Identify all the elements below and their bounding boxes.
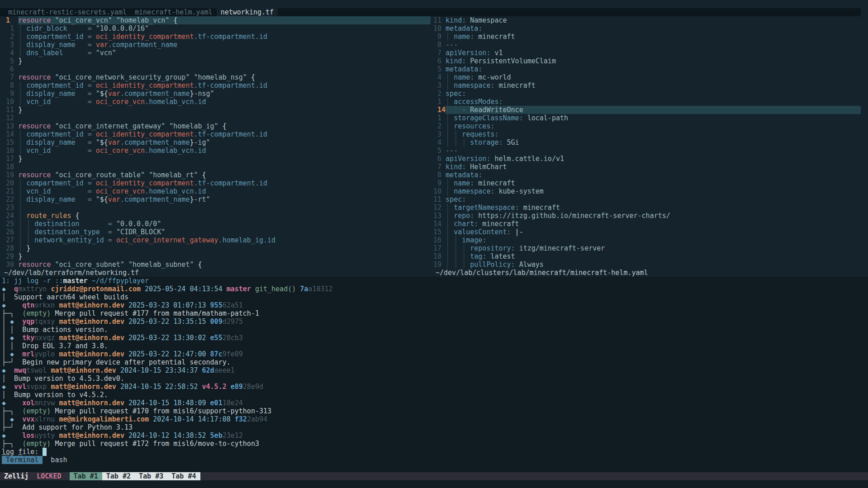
indent-guide: │ — [446, 261, 450, 269]
text-segment: . — [194, 187, 198, 195]
text-segment: local-path — [523, 114, 568, 122]
line-number: 1 — [2, 16, 18, 24]
text-segment — [14, 448, 18, 456]
text-segment: apiVersion — [446, 49, 486, 57]
text-segment: itzg/minecraft-server — [515, 244, 605, 252]
text-segment — [450, 73, 454, 81]
code-text: │ repo: https://itzg.github.io/minecraft… — [446, 212, 670, 220]
text-segment: metadata — [446, 171, 478, 179]
zellij-status-bar: Zellij LOCKED Tab #1 Tab #2 Tab #3 Tab #… — [0, 472, 868, 480]
indent-guide: │ — [446, 114, 450, 122]
terminal-pane[interactable]: 1: jj log -r ::master ~/d/ffpyplayer ◆ q… — [0, 277, 868, 472]
indent-guide: │ — [18, 179, 22, 187]
editor-pane-minecraft-helm-yaml[interactable]: 11 kind: Namespace10 metadata: 9 │ name:… — [432, 16, 861, 269]
editor-area: minecraft-restic-secrets.yaml minecraft-… — [0, 0, 868, 277]
graph-line: ├─╯ — [2, 423, 14, 431]
text-segment — [251, 285, 255, 293]
text-segment: ile: — [22, 448, 43, 456]
text-segment: --- — [446, 41, 458, 49]
text-segment: vcn_id — [26, 98, 51, 106]
indent-guide: │ — [18, 244, 22, 252]
log-line: ◆ mwqtswol matt@einhorn.dev 2024-10-15 2… — [2, 366, 868, 374]
text-segment: display_name — [26, 90, 75, 98]
code-line: 20 │ compartment_id = oci_identity_compa… — [2, 179, 431, 187]
text-segment — [296, 285, 300, 293]
zellij-tab-4[interactable]: Tab #4 — [167, 472, 200, 480]
buffer-tab-minecraft-helm.yaml[interactable]: minecraft-helm.yaml — [131, 8, 217, 16]
text-segment: name — [454, 179, 470, 187]
line-number: 5 — [2, 57, 18, 65]
indent-guide: │ — [18, 228, 22, 236]
text-segment: cjriddz@protonmail.com — [51, 285, 141, 293]
text-segment: 2024-10-15 23:34:37 — [120, 366, 198, 374]
log-line: │ │ Drop EOL 3.7 and 3.8. — [2, 342, 868, 350]
line-number: 9 — [433, 33, 446, 41]
editor-pane-networking-tf[interactable]: 1 resource "oci_core_vcn" "homelab_vcn" … — [0, 16, 431, 269]
code-line: 7 apiVersion: v1 — [433, 49, 861, 57]
code-line: 7 resource "oci_core_network_security_gr… — [2, 73, 431, 81]
text-segment — [198, 366, 202, 374]
text-segment: "homelab_vcn" — [116, 16, 169, 24]
code-text: │ │ │ pullPolicy: Always — [446, 261, 544, 269]
indent-guide: │ — [446, 187, 450, 195]
text-segment: Bump actions version. — [22, 326, 108, 334]
zellij-tab-1[interactable]: Tab #1 — [70, 472, 102, 480]
line-number: 1 — [433, 114, 446, 122]
zellij-tab-3[interactable]: Tab #3 — [135, 472, 167, 480]
text-segment: 62d — [202, 366, 214, 374]
indent-guide: │ — [454, 244, 458, 252]
text-segment: q — [14, 285, 18, 293]
text-segment: e55 — [210, 334, 223, 342]
terminal-title: 1: jj log -r ::master ~/d/ffpyplayer — [2, 277, 868, 285]
code-line: 6 kind: PersistentVolumeClaim — [433, 57, 861, 65]
zellij-tab-2[interactable]: Tab #2 — [102, 472, 135, 480]
text-segment: vcn_id — [26, 187, 51, 195]
line-number: 2 — [433, 122, 446, 130]
code-text: │ chart: minecraft — [446, 220, 519, 228]
text-segment — [14, 334, 22, 342]
text-segment — [22, 24, 26, 33]
text-segment: "oci_core_vcn" — [55, 16, 112, 24]
text-segment: compartment_name — [124, 138, 190, 147]
text-segment — [450, 138, 454, 147]
text-segment: nxvqz — [34, 334, 55, 342]
commit-node-icon: ◆ — [2, 399, 6, 407]
log-line: │ │ Bump actions version. — [2, 326, 868, 334]
code-text: │ compartment_id = oci_identity_compartm… — [18, 179, 267, 187]
window-tab-Terminal[interactable]: Terminal — [2, 456, 43, 464]
text-segment: oci_identity_compartment — [96, 33, 194, 41]
line-number: 21 — [2, 187, 18, 195]
indent-guide: │ — [446, 244, 450, 252]
text-segment: d2975 — [223, 317, 243, 326]
code-line: 19 resource "oci_core_route_table" "home… — [2, 171, 431, 179]
indent-guide: │ — [462, 261, 466, 269]
text-segment — [458, 130, 462, 138]
text-segment: helm.cattle.io/v1 — [490, 155, 564, 163]
text-segment: vvx — [22, 415, 34, 423]
text-segment — [450, 244, 454, 252]
text-segment — [206, 350, 210, 358]
text-segment: oci_core_vcn — [96, 187, 145, 195]
line-number: 16 — [433, 236, 446, 244]
code-text: │ — [18, 204, 22, 212]
code-text: spec: — [446, 90, 466, 98]
line-number: 9 — [2, 90, 18, 98]
text-segment: ${ — [100, 90, 108, 98]
terminal-prompt-line[interactable]: log file: — [2, 448, 868, 456]
code-line: 3 │ display_name = var.compartment_name — [2, 41, 431, 49]
text-segment: = — [108, 220, 116, 228]
text-segment — [223, 285, 227, 293]
text-segment: = — [108, 228, 116, 236]
text-segment — [22, 49, 26, 57]
text-segment: id — [259, 33, 267, 41]
buffer-tab-minecraft-restic-secrets.yaml[interactable]: minecraft-restic-secrets.yaml — [4, 8, 131, 16]
line-number: 19 — [433, 261, 446, 269]
code-line: 29 } — [2, 252, 431, 261]
text-segment: resource — [18, 73, 51, 81]
text-segment — [14, 440, 22, 448]
code-text: │ │ destination = "0.0.0.0/0" — [18, 220, 161, 228]
log-line: ◆ losuysty matt@einhorn.dev 2024-10-12 1… — [2, 431, 868, 440]
window-tab-bash[interactable]: bash — [47, 456, 71, 464]
buffer-tab-networking.tf[interactable]: networking.tf — [217, 8, 278, 16]
text-segment: . — [145, 187, 149, 195]
